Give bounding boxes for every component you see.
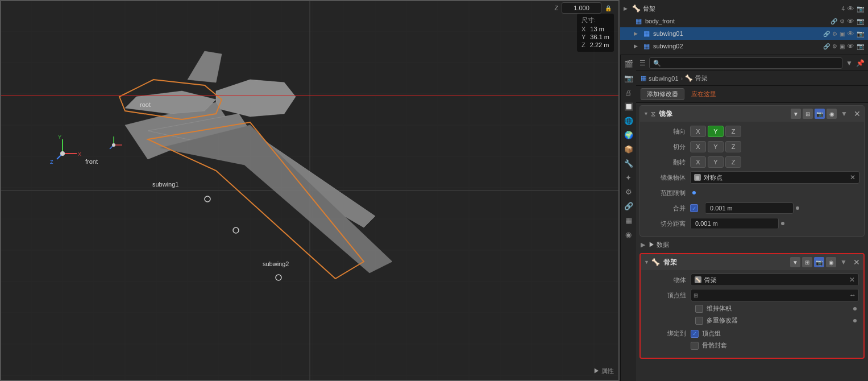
multi-modifier-label: 多重修改器 [707,316,738,325]
size-x-label: X [582,26,585,32]
mesh-icon-sw02: ▦ [642,42,651,51]
mirror-axis-y[interactable]: Y [708,126,724,137]
mirror-flip-y[interactable]: Y [708,156,724,168]
mirror-close-btn[interactable]: ✕ [854,109,861,118]
add-modifier-bar: 添加修改器 应在这里 [636,86,868,103]
object-mesh-icon: ▦ [694,174,701,181]
mirror-bisect-y[interactable]: Y [708,141,724,152]
armature-close-btn[interactable]: ✕ [853,258,860,267]
mirror-merge-checkbox[interactable]: ✓ [690,204,698,212]
mirror-bisect-z[interactable]: Z [725,141,741,152]
armature-vgroup-field[interactable]: ⊞ ↔ [691,289,859,301]
mirror-axis-z[interactable]: Z [725,126,741,137]
physics-icon[interactable]: ⚙ [622,185,635,198]
camera-icon-sw02[interactable]: 📷 [857,43,865,50]
preserve-volume-checkbox[interactable] [695,305,703,313]
armature-object-name: 骨架 [704,276,849,284]
bind-vgroup-checkbox[interactable]: ✓ [691,330,699,338]
output-icon[interactable]: 🖨 [622,86,635,98]
armature-camera-icon[interactable]: 📷 [814,257,824,267]
outliner-arrow-sw01: ▶ [634,31,642,36]
breadcrumb-armature[interactable]: 骨架 [695,74,708,82]
outliner-item-body-front[interactable]: ▦ body_front 🔗 ⚙ 👁 📷 [620,15,868,27]
armature-multi-modifier-row: 多重修改器 [695,316,859,325]
link-icon: 🔗 [830,18,837,24]
panel-pin-icon[interactable]: 📌 [856,59,865,67]
eye-icon-body[interactable]: 👁 [847,17,854,26]
armature-bind-row: 绑定到 ✓ 顶点组 骨骼封套 [645,329,859,351]
eye-icon[interactable]: 👁 [847,5,854,13]
size-x-val: 13 m [590,26,604,32]
mirror-camera-icon[interactable]: 📷 [815,109,825,119]
viewport[interactable]: X Y Z Z 1.000 🔒 尺寸: [0,0,620,381]
mirror-clipping-row: 范围限制 [645,187,859,199]
svg-point-45 [112,143,115,147]
breadcrumb-object[interactable]: subwing01 [649,75,679,82]
material-icon[interactable]: ◉ [622,228,635,241]
outliner-item-subwing01[interactable]: ▶ ▦ subwing01 🔗 ⚙ ▣ 👁 📷 [620,27,868,40]
armature-vgroup-label: 顶点组 [645,291,691,300]
mirror-grid-icon[interactable]: ⊞ [803,109,813,119]
camera-icon-body[interactable]: 📷 [857,18,865,25]
camera-icon-sw01[interactable]: 📷 [857,30,865,38]
render-icon[interactable]: 📷 [622,72,635,84]
constraints-icon[interactable]: 🔗 [622,200,635,212]
armature-render-icon[interactable]: ◉ [826,257,836,267]
filter-icon-sw01: ⚙ [832,31,837,37]
properties-area: 🎬 📷 🖨 🔲 🌐 🌍 📦 🔧 ✦ ⚙ 🔗 ▦ ◉ ☰ ▼ 📌 [620,55,868,381]
scene-icon[interactable]: 🎬 [622,57,635,70]
mirror-collapse-arrow[interactable]: ▼ [643,111,649,117]
armature-object-clear[interactable]: ✕ [849,276,855,284]
mirror-flip-label: 翻转 [645,158,690,167]
world-icon[interactable]: 🌍 [622,129,635,141]
mirror-merge-content: ✓ [690,202,859,214]
outliner-body-front-name: body_front [645,18,830,24]
bone-icon-bc: 🦴 [685,74,693,82]
armature-grid-icon[interactable]: ⊞ [802,257,812,267]
outliner-item-subwing02[interactable]: ▶ ▦ subwing02 🔗 ⚙ ▣ 👁 📷 [620,40,868,52]
z-input[interactable]: 1.000 [562,2,601,14]
mirror-clipping-content [690,191,859,194]
particles-icon[interactable]: ✦ [622,171,635,184]
modifier-icon[interactable]: 🔧 [622,157,635,169]
armature-collapse-arrow[interactable]: ▼ [644,259,649,265]
mirror-render-icon[interactable]: ◉ [827,109,837,119]
panel-header-dropdown[interactable]: ▼ [846,59,853,67]
attributes-label[interactable]: ▶ 属性 [593,367,614,375]
multi-modifier-checkbox[interactable] [695,317,703,325]
props-content: ☰ ▼ 📌 ▦ subwing01 › 🦴 骨架 添加修改器 应在这里 [636,55,868,381]
apply-here-button[interactable]: 应在这里 [691,90,716,98]
mirror-axis-x[interactable]: X [690,126,706,137]
mirror-merge-value[interactable] [705,202,794,214]
camera-icon[interactable]: 📷 [857,5,865,13]
mirror-flip-x[interactable]: X [690,156,706,168]
mirror-object-clear[interactable]: ✕ [850,173,855,181]
mirror-axis-row: 轴向 X Y Z [645,125,859,138]
outliner-item-armature[interactable]: ▶ 🦴 骨架 4 👁 📷 [620,2,868,15]
armature-object-field[interactable]: 🦴 骨架 ✕ [691,274,859,286]
object-icon[interactable]: 📦 [622,143,635,155]
data-icon[interactable]: ▦ [622,214,635,226]
view-layer-icon[interactable]: 🔲 [622,100,635,113]
eye-icon-sw01[interactable]: 👁 [847,30,854,38]
outliner-armature-name: 骨架 [643,5,841,13]
mirror-object-field[interactable]: ▦ 对称点 ✕ [690,171,859,184]
mirror-bisect-x[interactable]: X [690,141,706,152]
add-modifier-button[interactable]: 添加修改器 [641,88,684,100]
data-section-header[interactable]: ▶ ▶ 数据 [636,239,868,251]
armature-dropdown[interactable]: ▼ [838,258,849,266]
vgroup-arrow-left[interactable]: ↔ [849,291,856,299]
bind-envelope-checkbox[interactable] [691,342,699,350]
scene2-icon[interactable]: 🌐 [622,114,635,127]
filter2-icon-sw01: ▣ [840,31,845,37]
mirror-icon: ⧖ [651,110,655,118]
z-lock-icon[interactable]: 🔒 [605,5,612,11]
mirror-flip-z[interactable]: Z [725,156,741,168]
mirror-filter-icon[interactable]: ▼ [791,109,801,119]
mirror-dropdown[interactable]: ▼ [838,110,850,118]
eye-icon-sw02[interactable]: 👁 [847,42,854,51]
mirror-bisect-dist-value[interactable] [690,218,779,229]
armature-filter-icon[interactable]: ▼ [790,257,800,267]
data-section-arrow: ▶ [641,241,645,249]
search-input[interactable] [649,57,842,69]
